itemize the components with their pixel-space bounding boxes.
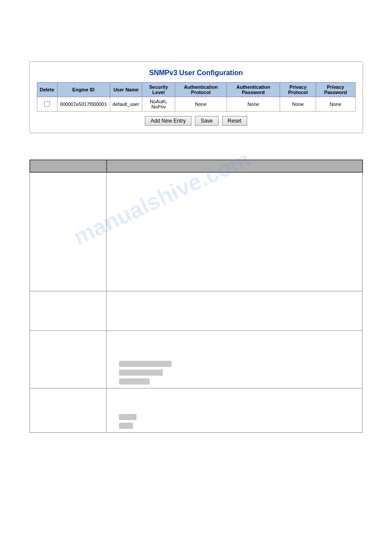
bottom-left-cell-3 <box>30 330 107 388</box>
bottom-right-cell-3 <box>107 330 363 388</box>
user-name-cell: default_user <box>110 97 142 112</box>
gray-bar-1c <box>119 378 150 385</box>
security-level-cell: NoAuth, NoPriv <box>142 97 175 112</box>
bottom-table-row-1 <box>30 172 363 291</box>
auth-protocol-cell: None <box>175 97 227 112</box>
bottom-left-cell-2 <box>30 291 107 330</box>
reset-button[interactable]: Reset <box>222 116 247 126</box>
gray-bar-1b <box>119 370 163 376</box>
gray-bar-1a <box>119 361 172 367</box>
snmp-table: Delete Engine ID User Name Security Leve… <box>37 82 356 112</box>
bottom-table-row-3 <box>30 330 363 388</box>
table-row: 000007e5017f000001 default_user NoAuth, … <box>37 97 355 112</box>
delete-checkbox[interactable] <box>44 101 50 107</box>
col-header-privacy-protocol: Privacy Protocol <box>280 83 316 97</box>
engine-id-cell: 000007e5017f000001 <box>57 97 110 112</box>
snmp-title: SNMPv3 User Configuration <box>37 69 356 77</box>
save-button[interactable]: Save <box>195 116 218 126</box>
col-header-auth-password: Authentication Password <box>227 83 280 97</box>
gray-bar-group-1 <box>110 361 359 385</box>
col-header-auth-protocol: Authentication Protocol <box>175 83 227 97</box>
delete-checkbox-cell[interactable] <box>37 97 57 112</box>
bottom-right-cell-4 <box>107 388 363 432</box>
snmp-actions: Add New Entry Save Reset <box>37 116 356 126</box>
bottom-table <box>29 160 363 433</box>
privacy-protocol-cell: None <box>280 97 316 112</box>
bottom-left-cell-1 <box>30 172 107 291</box>
privacy-password-cell: None <box>316 97 355 112</box>
gray-bar-2b <box>119 423 133 429</box>
bottom-table-row-4 <box>30 388 363 432</box>
col-header-security-level: Security Level <box>142 83 175 97</box>
bottom-table-header-row <box>30 160 363 172</box>
bottom-left-cell-4 <box>30 388 107 432</box>
bottom-right-cell-1 <box>107 172 363 291</box>
gray-bar-2a <box>119 414 137 420</box>
add-new-entry-button[interactable]: Add New Entry <box>145 116 191 126</box>
col-header-engine-id: Engine ID <box>57 83 110 97</box>
bottom-section <box>29 160 363 433</box>
auth-password-cell: None <box>227 97 280 112</box>
col-header-user-name: User Name <box>110 83 142 97</box>
col-header-privacy-password: Privacy Password <box>316 83 355 97</box>
bottom-table-row-2 <box>30 291 363 330</box>
bottom-right-cell-2 <box>107 291 363 330</box>
snmp-panel: SNMPv3 User Configuration Delete Engine … <box>29 62 363 133</box>
col-header-delete: Delete <box>37 83 57 97</box>
gray-bar-group-2 <box>110 414 359 429</box>
